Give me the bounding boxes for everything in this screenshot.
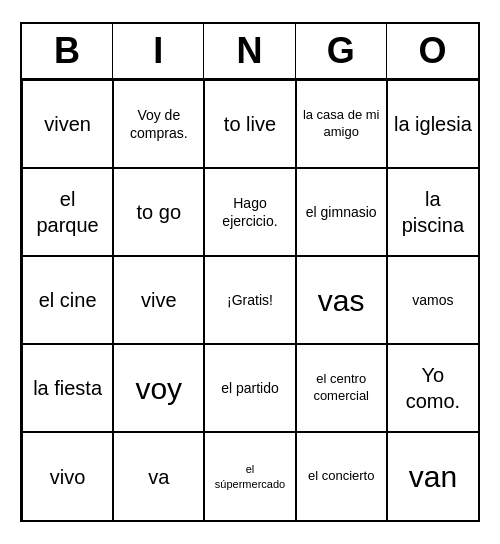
header-letter: N — [204, 24, 295, 78]
bingo-cell: el partido — [204, 344, 295, 432]
bingo-cell: Yo como. — [387, 344, 478, 432]
header-letter: O — [387, 24, 478, 78]
bingo-cell: el cine — [22, 256, 113, 344]
bingo-cell: ¡Gratis! — [204, 256, 295, 344]
bingo-cell: Hago ejercicio. — [204, 168, 295, 256]
bingo-cell: Voy de compras. — [113, 80, 204, 168]
bingo-cell: la casa de mi amigo — [296, 80, 387, 168]
bingo-cell: van — [387, 432, 478, 520]
bingo-cell: la fiesta — [22, 344, 113, 432]
header-letter: G — [296, 24, 387, 78]
bingo-cell: la piscina — [387, 168, 478, 256]
bingo-card: BINGO vivenVoy de compras.to livela casa… — [20, 22, 480, 522]
bingo-cell: el gimnasio — [296, 168, 387, 256]
bingo-cell: voy — [113, 344, 204, 432]
bingo-cell: va — [113, 432, 204, 520]
bingo-cell: vivo — [22, 432, 113, 520]
bingo-cell: el centro comercial — [296, 344, 387, 432]
bingo-header: BINGO — [22, 24, 478, 80]
header-letter: B — [22, 24, 113, 78]
bingo-cell: la iglesia — [387, 80, 478, 168]
bingo-cell: el concierto — [296, 432, 387, 520]
bingo-cell: vas — [296, 256, 387, 344]
bingo-cell: viven — [22, 80, 113, 168]
bingo-cell: to go — [113, 168, 204, 256]
bingo-grid: vivenVoy de compras.to livela casa de mi… — [22, 80, 478, 520]
bingo-cell: to live — [204, 80, 295, 168]
bingo-cell: el parque — [22, 168, 113, 256]
bingo-cell: vamos — [387, 256, 478, 344]
bingo-cell: el súpermercado — [204, 432, 295, 520]
bingo-cell: vive — [113, 256, 204, 344]
header-letter: I — [113, 24, 204, 78]
